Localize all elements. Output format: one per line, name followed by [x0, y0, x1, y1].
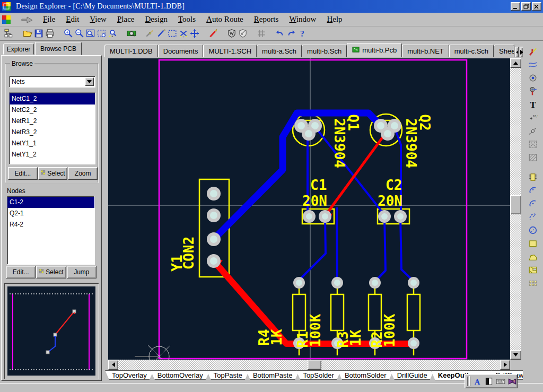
doc-tab-multi-b.pcb[interactable]: multi-b.Pcb	[347, 43, 402, 57]
zoom-point-icon[interactable]	[107, 28, 118, 39]
zoom-window-icon[interactable]	[85, 28, 96, 39]
contrast-icon[interactable]	[484, 376, 494, 387]
net-item-NetY1_1[interactable]: NetY1_1	[10, 138, 95, 149]
doc-tab-multi-b.sch[interactable]: multi-b.Sch	[302, 45, 347, 57]
net-item-NetC1_2[interactable]: NetC1_2	[10, 93, 95, 104]
menu-design[interactable]: Design	[139, 14, 173, 25]
label-r3-value[interactable]: 1K	[348, 329, 364, 346]
label-c1-ref[interactable]: C1	[310, 177, 327, 193]
layer-tab-bottompaste[interactable]: BottomPaste	[246, 370, 299, 380]
arc-angle-icon[interactable]	[526, 210, 540, 223]
pcb-canvas[interactable]: Q1 2N3904 Q2 2N3904 C1 20N C2 20N Y1 CON…	[108, 58, 511, 360]
label-c2-value[interactable]: 20N	[378, 193, 402, 209]
node-item-Q2-1[interactable]: Q2-1	[7, 208, 94, 219]
component-icon[interactable]	[526, 170, 540, 184]
pad[interactable]	[378, 210, 391, 223]
doc-tab-multi-a.sch[interactable]: multi-a.Sch	[257, 45, 302, 57]
floating-mini-toolbar[interactable]: A?	[465, 374, 518, 388]
net-select-button[interactable]: Select	[38, 167, 68, 180]
vertical-scrollbar[interactable]	[510, 58, 521, 360]
zoom-out-icon[interactable]	[74, 28, 85, 39]
net-item-NetR3_2[interactable]: NetR3_2	[10, 127, 95, 138]
node-item-C1-2[interactable]: C1-2	[7, 197, 94, 208]
label-r2-value[interactable]: 100K	[382, 313, 398, 347]
doc-tab-multi-1.sch[interactable]: MULTI-1.SCH	[203, 45, 257, 57]
scroll-down-button[interactable]	[510, 350, 521, 360]
net-zoom-button[interactable]: Zoom	[68, 167, 98, 180]
label-y1-value[interactable]: CON2	[181, 237, 197, 270]
fill-icon[interactable]	[526, 237, 540, 250]
line-tool-icon[interactable]	[155, 28, 167, 39]
font-icon[interactable]: A	[472, 376, 483, 387]
tab-explorer[interactable]: Explorer	[3, 43, 34, 55]
pad[interactable]	[207, 254, 221, 268]
menu-window[interactable]: Window	[284, 14, 321, 25]
pad[interactable]	[331, 277, 343, 289]
pad[interactable]	[207, 187, 221, 201]
pad[interactable]	[303, 210, 316, 223]
zoom-area-icon[interactable]	[96, 28, 107, 39]
array-icon[interactable]	[526, 276, 540, 290]
tab-browse-pcb[interactable]: Browse PCB	[35, 42, 82, 55]
doc-tab-multi-1.ddb[interactable]: MULTI-1.DDB	[104, 45, 158, 57]
net-item-NetC2_2[interactable]: NetC2_2	[10, 104, 95, 116]
zoom-in-icon[interactable]	[63, 28, 74, 39]
pad[interactable]	[408, 277, 419, 289]
pad[interactable]	[207, 208, 221, 222]
redo-icon[interactable]	[285, 28, 296, 39]
pad[interactable]	[293, 277, 305, 289]
label-q2-value[interactable]: 2N3904	[403, 118, 419, 168]
pad[interactable]	[369, 277, 381, 289]
label-r1-value[interactable]: 100K	[308, 313, 323, 347]
arc-center-icon[interactable]	[526, 197, 540, 210]
pad[interactable]	[394, 210, 407, 223]
menu-edit[interactable]: Edit	[60, 14, 84, 25]
toolbar-grip[interactable]	[467, 376, 468, 386]
split-plane-icon[interactable]	[526, 263, 540, 276]
via-icon[interactable]	[526, 84, 540, 98]
menu-place[interactable]: Place	[112, 14, 139, 25]
net-edit-button[interactable]: Edit...	[8, 167, 38, 180]
undo-icon[interactable]	[274, 28, 285, 39]
layer-tab-bottomoverlay[interactable]: BottomOverlay	[151, 370, 210, 380]
vertical-scroll-thumb[interactable]	[510, 195, 521, 214]
menu-file[interactable]: File	[38, 14, 60, 25]
nets-listbox[interactable]: NetC1_2NetC2_2NetR1_2NetR3_2NetY1_1NetY1…	[9, 92, 95, 164]
node-item-R4-2[interactable]: R4-2	[7, 219, 94, 230]
pad[interactable]	[319, 210, 331, 223]
string-icon[interactable]: T	[526, 98, 540, 111]
scroll-right-button[interactable]	[500, 360, 510, 370]
open-folder-icon[interactable]	[22, 28, 33, 39]
multitrack-icon[interactable]	[526, 58, 540, 71]
label-r4-value[interactable]: 1K	[269, 329, 285, 346]
restore-button[interactable]	[521, 2, 531, 11]
layer-tab-toppaste[interactable]: TopPaste	[207, 370, 249, 380]
layer-tab-drillguide[interactable]: DrillGuide	[390, 370, 434, 380]
menu-help[interactable]: Help	[321, 14, 347, 25]
shield-apply-icon[interactable]	[226, 28, 237, 39]
save-icon[interactable]	[33, 28, 44, 39]
menu-view[interactable]: View	[84, 14, 112, 25]
scroll-left-button[interactable]	[108, 360, 118, 370]
grid-icon[interactable]	[256, 28, 267, 39]
label-c1-value[interactable]: 20N	[302, 193, 327, 209]
move-icon[interactable]	[189, 28, 200, 39]
select-area-icon[interactable]	[167, 28, 178, 39]
pad[interactable]	[381, 127, 395, 141]
scroll-up-button[interactable]	[510, 58, 521, 68]
net-item-NetR1_2[interactable]: NetR1_2	[10, 116, 95, 127]
browse-mode-select[interactable]: Nets	[9, 76, 95, 88]
layer-tab-topoverlay[interactable]: TopOverlay	[105, 370, 154, 380]
title-bar[interactable]: Design Explorer - [C:\My Documents\MULTI…	[0, 0, 543, 13]
menu-tools[interactable]: Tools	[173, 14, 201, 25]
doc-tab-sheet1.sch[interactable]: Sheet1.Sch	[494, 45, 514, 57]
pad[interactable]	[408, 337, 419, 349]
explorer-toggle-icon[interactable]	[3, 28, 14, 39]
track-icon[interactable]	[526, 45, 540, 58]
menu-reports[interactable]: Reports	[249, 14, 284, 25]
scroll-tabs-left-button[interactable]	[515, 47, 519, 57]
shield-clear-icon[interactable]	[237, 28, 248, 39]
doc-tab-multi-c.sch[interactable]: multi-c.Sch	[449, 45, 494, 57]
dimension-icon[interactable]	[526, 124, 540, 137]
label-q1-value[interactable]: 2N3904	[331, 118, 347, 168]
